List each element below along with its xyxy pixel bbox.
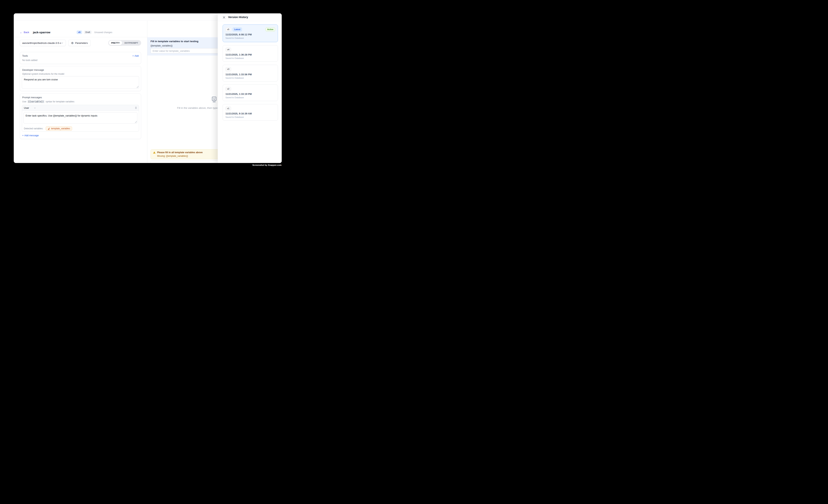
toggle-pretty[interactable]: PRETTY [109, 41, 122, 45]
version-entry[interactable]: v5 Latest Active 11/22/2025, 6:08:12 PM … [222, 25, 278, 42]
prompt-header-row: ← Back jack-sparrow v5 Draft Unsaved cha… [14, 21, 147, 37]
version-timestamp: 11/21/2025, 9:16:39 AM [225, 112, 275, 115]
latest-badge: Latest [233, 28, 242, 32]
version-number-badge: v5 [225, 28, 231, 32]
parameters-button[interactable]: ⚙ Parameters [68, 40, 91, 46]
template-variable-chip[interactable]: template_variables [46, 126, 72, 131]
parameters-label: Parameters [75, 42, 88, 44]
add-tool-button[interactable]: + Add [132, 54, 139, 57]
prompt-messages-label: Prompt messages [22, 96, 139, 99]
add-message-button[interactable]: + Add message [22, 134, 39, 137]
model-select[interactable]: aws/anthropic/bedrock-claude-3-5-s... [20, 40, 66, 46]
version-number-badge: v3 [225, 67, 231, 71]
version-history-title: Version History [228, 15, 248, 18]
active-badge: Active [265, 28, 275, 32]
version-number-badge: v2 [225, 87, 231, 91]
bot-icon [211, 96, 217, 103]
prompt-messages-hint: Use {{variable}} syntax for template var… [22, 100, 139, 103]
developer-message-hint: Optional system instructions for the mod… [22, 73, 139, 75]
add-message-row: + Add message [22, 134, 139, 137]
toggle-dotprompt[interactable]: DOTPROMPT [122, 41, 140, 45]
warning-icon [153, 151, 156, 154]
version-timestamp: 11/22/2025, 6:08:12 PM [225, 33, 275, 36]
version-timestamp: 11/21/2025, 1:33:19 PM [225, 93, 275, 95]
tools-section: Tools + Add No tools added [20, 52, 141, 64]
close-icon[interactable] [222, 16, 225, 19]
version-status: Saved to Database [225, 96, 275, 99]
screenshot-stage: ← Back jack-sparrow v5 Draft Unsaved cha… [0, 0, 294, 179]
model-select-value: aws/anthropic/bedrock-claude-3-5-s... [22, 42, 61, 44]
format-toggle: PRETTY DOTPROMPT [108, 40, 141, 46]
developer-message-label: Developer message [22, 69, 139, 71]
model-toolbar: aws/anthropic/bedrock-claude-3-5-s... ⚙ … [20, 40, 141, 46]
draft-badge: Draft [84, 31, 92, 34]
message-header: User [22, 105, 139, 111]
version-entry[interactable]: v1 11/21/2025, 9:16:39 AM Saved to Datab… [222, 104, 278, 121]
message-role-select[interactable]: User [24, 107, 36, 109]
chevron-down-icon [34, 107, 36, 109]
tools-label: Tools [22, 54, 28, 57]
back-label: Back [24, 31, 29, 34]
unsaved-changes-label: Unsaved changes [94, 31, 112, 34]
message-textarea[interactable]: Enter task specifics. Use {{template_var… [24, 112, 137, 124]
plus-icon: + [22, 134, 24, 137]
drag-handle-icon[interactable] [135, 106, 137, 109]
version-number-badge: v1 [225, 107, 231, 111]
detected-variables-label: Detected variables: [24, 127, 43, 130]
version-list: v5 Latest Active 11/22/2025, 6:08:12 PM … [218, 21, 282, 121]
page-title: jack-sparrow [33, 31, 50, 34]
version-badge: v5 [77, 31, 82, 34]
message-block: User Enter task specifics. Use {{templat… [22, 105, 139, 132]
pencil-icon [48, 127, 50, 130]
tools-empty-text: No tools added [22, 59, 139, 61]
version-status: Saved to Database [225, 57, 275, 59]
version-entry[interactable]: v2 11/21/2025, 1:33:19 PM Saved to Datab… [222, 84, 278, 101]
prompt-messages-section: Prompt messages Use {{variable}} syntax … [20, 93, 141, 139]
gear-icon: ⚙ [71, 42, 74, 44]
prompt-editor-panel: ← Back jack-sparrow v5 Draft Unsaved cha… [14, 21, 147, 163]
back-button[interactable]: ← Back [20, 31, 29, 34]
app-window: ← Back jack-sparrow v5 Draft Unsaved cha… [14, 13, 282, 163]
version-history-drawer: Version History v5 Latest Active 11/22/2… [218, 13, 282, 163]
detected-variables-row: Detected variables: template_variables [22, 125, 139, 131]
version-status: Saved to Database [225, 37, 275, 39]
chevron-down-icon [61, 42, 64, 44]
version-history-header: Version History [218, 13, 282, 21]
variable-syntax-chip: {{variable}} [27, 100, 45, 103]
watermark-text: Screenshot by Xnapper.com [252, 164, 282, 166]
empty-state-text: Fill in the variables above, then type [177, 107, 217, 109]
plus-icon: + [132, 54, 134, 57]
editor-scroll-area: aws/anthropic/bedrock-claude-3-5-s... ⚙ … [14, 37, 147, 139]
warning-title: Please fill in all template variables ab… [157, 151, 203, 154]
version-entry[interactable]: v3 11/21/2025, 1:33:56 PM Saved to Datab… [222, 65, 278, 81]
version-status: Saved to Database [225, 116, 275, 118]
version-entry[interactable]: v4 11/21/2025, 1:36:28 PM Saved to Datab… [222, 45, 278, 62]
back-arrow-icon: ← [20, 31, 23, 34]
version-timestamp: 11/21/2025, 1:36:28 PM [225, 53, 275, 56]
version-number-badge: v4 [225, 48, 231, 51]
version-status: Saved to Database [225, 77, 275, 79]
version-timestamp: 11/21/2025, 1:33:56 PM [225, 73, 275, 76]
developer-message-section: Developer message Optional system instru… [20, 66, 141, 91]
developer-message-textarea[interactable]: Respond as you are tom cruise [22, 76, 139, 89]
